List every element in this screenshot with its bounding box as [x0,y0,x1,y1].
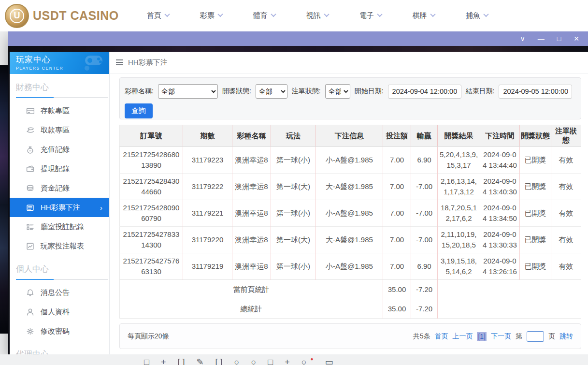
table-cell: 7.00 [383,227,411,253]
section-title: 財務中心 [10,74,109,97]
sidebar-item-room-bet-records[interactable]: 廳室投註記錄 [10,217,109,236]
summary-winloss-total: -7.20 [411,299,438,319]
end-date-input[interactable] [499,85,572,99]
column-header: 投注額 [383,125,411,147]
brackets-icon[interactable]: [ ] [177,358,185,365]
window-icon[interactable]: □ [268,358,273,365]
nav-item-chess[interactable]: 棋牌 [413,11,435,20]
table-cell: 31179221 [183,200,232,227]
plus-icon[interactable]: + [161,358,166,365]
sidebar-item-change-password[interactable]: 修改密碼 [10,321,109,341]
nav-item-video[interactable]: 視訊 [306,11,329,20]
table-cell: 7.00 [383,253,411,280]
nav-item-label: 首頁 [147,11,161,20]
next-page-link[interactable]: 下一页 [491,332,511,341]
prev-page-link[interactable]: 上一页 [452,332,473,341]
window-icon[interactable]: □ [144,358,149,365]
table-cell: 2152172542843044660 [120,174,183,200]
table-cell: 6.90 [411,147,438,174]
jump-button[interactable]: 跳转 [559,332,573,341]
menu-toggle-icon[interactable] [116,59,123,65]
search-button[interactable]: 查詢 [125,103,153,118]
person-icon [26,308,34,316]
sidebar-item-personal-info[interactable]: 個人資料 [10,302,109,321]
first-page-link[interactable]: 首页 [434,332,448,341]
sidebar-item-label: 存款專區 [41,106,70,116]
site-logo[interactable]: U USDT CASINO [5,4,119,28]
room-records-icon [26,223,34,231]
table-cell: 澳洲幸运8 [232,253,271,280]
top-nav: U USDT CASINO 首頁彩票體育視訊電子棋牌捕魚 [0,0,588,31]
nav-item-fishing[interactable]: 捕魚 [466,11,488,20]
maximize-icon[interactable]: □ [557,35,561,42]
summary-winloss-total: -7.20 [411,280,438,299]
sidebar-sections: 財務中心存款專區取款專區充值記錄提現記錄資金記錄HH彩票下注›廳室投註記錄玩家投… [10,74,109,354]
chevron-down-icon [483,12,488,17]
table-cell: 第一球(小) [271,253,316,280]
table-cell: -7.00 [411,174,438,200]
jump-page-input[interactable] [527,331,544,342]
pen-icon[interactable]: ✎ [196,358,203,365]
sidebar-header: 玩家中心 PLAYERS CENTER [10,52,109,74]
column-header: 開獎結果 [438,125,480,147]
sidebar-item-label: 取款專區 [41,126,70,135]
summary-empty [438,280,581,299]
notification-dot-icon[interactable]: ● [311,357,314,362]
sidebar-item-withdraw-zone[interactable]: 取款專區 [10,120,109,140]
sidebar-item-deposit-zone[interactable]: 存款專區 [10,101,109,120]
sidebar-item-news-announcements[interactable]: 消息公告 [10,283,109,302]
close-icon[interactable]: ✕ [574,35,579,42]
draw-status-select[interactable]: 全部 [256,84,287,99]
circle-icon[interactable]: ○ [234,358,240,365]
table-row: 215217254284304466031179222澳洲幸运8第一球(大)大-… [120,174,581,200]
window-icon[interactable]: ▭ [325,358,333,365]
nav-item-label: 視訊 [306,11,321,20]
coin-logo-icon: U [5,4,29,28]
table-cell: 有效 [551,147,581,174]
plus-icon[interactable]: + [285,358,290,365]
sidebar-item-hh-lottery-bets[interactable]: HH彩票下注› [10,198,109,217]
sidebar-item-label: 資金記錄 [41,184,70,193]
table-cell: 2152172542809060790 [120,200,183,227]
column-header: 下注信息 [316,125,383,147]
lottery-list-icon [26,204,34,212]
sidebar-item-label: 玩家投注報表 [41,242,84,251]
brackets-icon[interactable]: [ ] [215,358,223,365]
nav-item-sports[interactable]: 體育 [253,11,275,20]
table-cell: 2024-09-04 13:34:50 [480,200,520,227]
table-cell: 2152172542757663130 [120,253,183,280]
sidebar-item-recharge-records[interactable]: 充值記錄 [10,140,109,159]
circle-icon[interactable]: ○ [301,358,307,365]
sidebar-item-player-bet-report[interactable]: 玩家投注報表 [10,236,109,256]
table-cell: 大-A盤@1.985 [316,174,383,200]
sidebar-item-label: 修改密碼 [41,327,70,336]
table-cell: 已開獎 [520,227,551,253]
circle-icon[interactable]: ○ [251,358,256,365]
table-cell: 澳洲幸运8 [232,227,271,253]
sidebar-item-label: 充值記錄 [41,145,70,154]
table-cell: 已開獎 [520,174,551,200]
collapse-icon[interactable]: ∨ [520,35,525,42]
draw-status-label: 開獎狀態: [222,87,251,96]
background-art [0,65,9,334]
nav-item-electronic[interactable]: 電子 [359,11,382,20]
sidebar-item-label: 廳室投註記錄 [41,222,84,232]
order-status-select[interactable]: 全部 [325,84,350,99]
window-titlebar[interactable]: ∨—□✕ [8,31,588,46]
jump-suffix-label: 页 [548,332,555,341]
logo-text: USDT CASINO [33,9,119,23]
sidebar-item-funds-records[interactable]: 資金記錄 [10,178,109,198]
summary-bet-total: 35.00 [383,280,411,299]
lottery-name-select[interactable]: 全部 [158,84,218,99]
sidebar: 玩家中心 PLAYERS CENTER 財務中心存款專區取款專區充值記錄提現記錄… [10,52,110,354]
start-date-input[interactable] [388,85,461,99]
report-icon [26,242,34,250]
nav-item-lottery[interactable]: 彩票 [200,11,222,20]
chevron-down-icon [377,12,382,17]
table-cell: 18,7,20,5,12,17,6,2 [438,200,480,227]
table-cell: 有效 [551,174,581,200]
nav-item-home[interactable]: 首頁 [147,11,169,20]
sidebar-item-withdrawal-records[interactable]: 提現記錄 [10,159,109,178]
minimize-icon[interactable]: — [538,35,545,42]
section-underline [16,97,108,98]
